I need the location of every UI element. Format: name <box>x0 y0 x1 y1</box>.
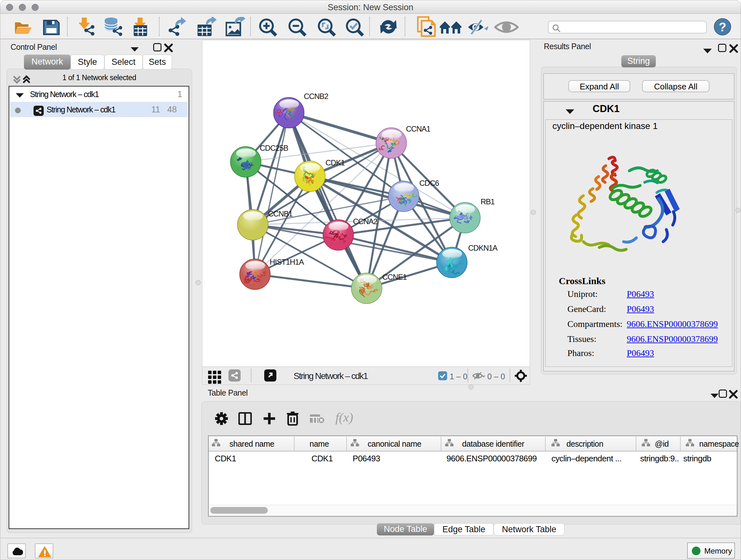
svg-text:CCNE1: CCNE1 <box>382 273 407 281</box>
svg-text:CCNB2: CCNB2 <box>304 92 328 101</box>
svg-text:CCNA2: CCNA2 <box>353 217 378 226</box>
svg-text:HIST1H1A: HIST1H1A <box>270 258 304 266</box>
svg-text:CDK1: CDK1 <box>326 159 345 167</box>
svg-text:CCNA1: CCNA1 <box>406 125 430 133</box>
svg-text:CDC6: CDC6 <box>419 179 439 187</box>
svg-text:CDKN1A: CDKN1A <box>468 244 497 252</box>
svg-text:CDC25B: CDC25B <box>260 144 288 152</box>
svg-text:RB1: RB1 <box>481 197 495 206</box>
svg-text:CCNB1: CCNB1 <box>268 209 293 218</box>
